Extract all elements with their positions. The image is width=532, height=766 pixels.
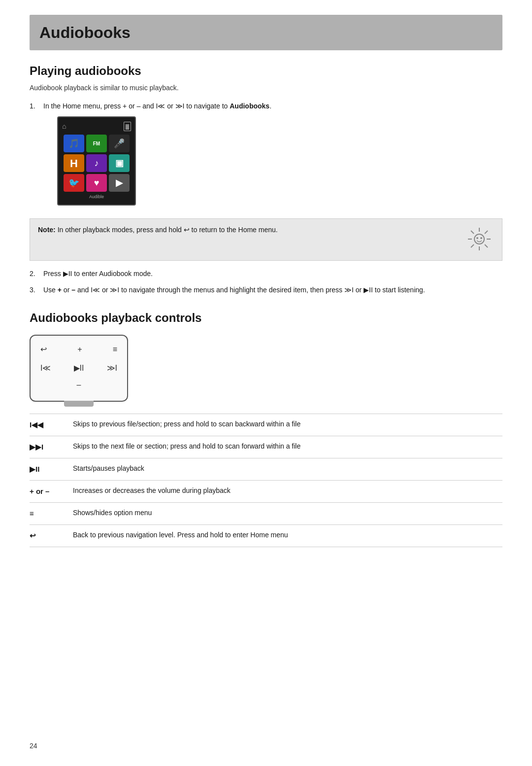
menu-btn-label: ≡: [113, 344, 117, 355]
table-row: ▶▶I Skips to the next file or section; p…: [30, 436, 502, 458]
table-row: ↩ Back to previous navigation level. Pre…: [30, 524, 502, 547]
title-banner: Audiobooks: [30, 15, 502, 50]
svg-line-7: [485, 231, 488, 234]
note-label: Note:: [38, 226, 56, 234]
menu-row-1: 🎵 FM 🎤: [62, 135, 131, 152]
mic-cell: 🎤: [109, 135, 130, 152]
ff-btn-label: ≫I: [107, 362, 117, 374]
symbol-cell: ▶II: [30, 458, 69, 480]
home-icon: ⌂: [62, 121, 66, 132]
battery-icon: ▓: [124, 122, 131, 131]
step-2-content: Press ▶II to enter Audiobook mode.: [43, 269, 502, 279]
bird-cell: 🐦: [64, 174, 84, 192]
heart-cell: ♥: [86, 174, 107, 192]
table-row: + or – Increases or decreases the volume…: [30, 480, 502, 502]
desc-cell: Back to previous navigation level. Press…: [69, 524, 502, 547]
back-btn-label: ↩: [40, 344, 47, 355]
table-row: I◀◀ Skips to previous file/section; pres…: [30, 414, 502, 436]
playback-section: Audiobooks playback controls ↩ + ≡ I≪ ▶I…: [30, 309, 502, 547]
symbol-cell: I◀◀: [30, 414, 69, 436]
sun-icon: [465, 225, 494, 254]
svg-line-5: [471, 231, 474, 234]
device-top-row: ↩ + ≡: [40, 344, 117, 355]
device-connector: [64, 401, 94, 407]
play-cell: ▶: [109, 174, 130, 192]
desc-cell: Shows/hides option menu: [69, 502, 502, 524]
symbol-cell: ≡: [30, 502, 69, 524]
device-diagram: ↩ + ≡ I≪ ▶II ≫I –: [30, 335, 128, 402]
page-number: 24: [30, 741, 37, 751]
svg-point-0: [474, 234, 484, 244]
playing-subtitle: Audiobook playback is similar to music p…: [30, 83, 502, 93]
playing-section: Playing audiobooks Audiobook playback is…: [30, 62, 502, 295]
symbol-cell: + or –: [30, 480, 69, 502]
step-2: 2. Press ▶II to enter Audiobook mode.: [30, 269, 502, 279]
fm-cell: FM: [86, 135, 107, 152]
square-cell: ▣: [109, 154, 130, 172]
step-3-content: Use + or – and I≪ or ≫I to navigate thro…: [43, 285, 502, 295]
controls-table: I◀◀ Skips to previous file/section; pres…: [30, 414, 502, 547]
device-middle-row: I≪ ▶II ≫I: [40, 362, 117, 374]
step-2-num: 2.: [30, 269, 39, 279]
note-cell: ♪: [86, 154, 107, 172]
book-cell: H: [64, 154, 84, 172]
plus-btn-label: +: [77, 344, 82, 355]
music-cell: 🎵: [64, 135, 84, 152]
desc-cell: Starts/pauses playback: [69, 458, 502, 480]
desc-cell: Skips to the next file or section; press…: [69, 436, 502, 458]
svg-line-8: [471, 244, 474, 247]
playback-heading: Audiobooks playback controls: [30, 309, 502, 327]
note-text: Note: In other playback modes, press and…: [38, 225, 459, 235]
menu-row-3: 🐦 ♥ ▶: [62, 174, 131, 192]
playing-heading: Playing audiobooks: [30, 62, 502, 80]
table-row: ≡ Shows/hides option menu: [30, 502, 502, 524]
note-body: In other playback modes, press and hold …: [58, 226, 278, 234]
symbol-cell: ▶▶I: [30, 436, 69, 458]
device-bottom-row: –: [40, 379, 117, 391]
rew-btn-label: I≪: [40, 362, 51, 374]
desc-cell: Increases or decreases the volume during…: [69, 480, 502, 502]
svg-point-9: [476, 237, 478, 239]
step-1: 1. In the Home menu, press + or – and I≪…: [30, 101, 502, 210]
symbol-cell: ↩: [30, 524, 69, 547]
menu-row-2: H ♪ ▣: [62, 154, 131, 172]
note-box: Note: In other playback modes, press and…: [30, 218, 502, 261]
table-row: ▶II Starts/pauses playback: [30, 458, 502, 480]
play-btn-label: ▶II: [74, 362, 84, 374]
step-3: 3. Use + or – and I≪ or ≫I to navigate t…: [30, 285, 502, 295]
device-outer: ↩ + ≡ I≪ ▶II ≫I –: [30, 335, 128, 402]
svg-point-10: [480, 237, 482, 239]
step-1-content: In the Home menu, press + or – and I≪ or…: [43, 101, 502, 210]
step-1-num: 1.: [30, 101, 39, 210]
page-title: Audiobooks: [39, 21, 493, 44]
desc-cell: Skips to previous file/section; press an…: [69, 414, 502, 436]
svg-line-6: [485, 244, 488, 247]
home-menu-screenshot: ⌂ ▓ 🎵 FM 🎤 H ♪ ▣ 🐦 ♥: [57, 116, 136, 206]
step-3-num: 3.: [30, 285, 39, 295]
audible-label: Audible: [62, 194, 131, 201]
minus-btn-label: –: [77, 379, 81, 391]
